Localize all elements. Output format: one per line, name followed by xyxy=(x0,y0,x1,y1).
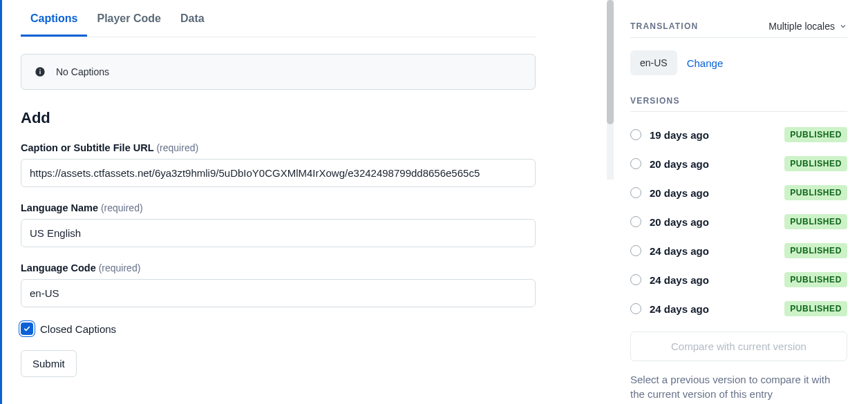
no-captions-note: No Captions xyxy=(21,54,536,90)
info-icon xyxy=(34,66,46,78)
versions-help-text: Select a previous version to compare it … xyxy=(630,372,847,401)
version-time: 20 days ago xyxy=(650,158,709,170)
lang-code-input[interactable] xyxy=(21,279,536,307)
field-url: Caption or Subtitle File URL (required) xyxy=(21,142,536,187)
lang-name-required: (required) xyxy=(101,202,143,213)
version-time: 19 days ago xyxy=(650,129,709,141)
tab-data[interactable]: Data xyxy=(171,4,214,37)
version-radio[interactable] xyxy=(630,187,641,198)
version-row[interactable]: 24 days agoPUBLISHED xyxy=(630,236,847,265)
tab-bar: Captions Player Code Data xyxy=(21,4,536,37)
version-radio[interactable] xyxy=(630,158,641,169)
locale-selector-label: Multiple locales xyxy=(768,21,835,32)
lang-name-input[interactable] xyxy=(21,219,536,247)
url-required: (required) xyxy=(156,142,198,153)
status-badge: PUBLISHED xyxy=(784,272,847,287)
translation-block: TRANSLATION Multiple locales en-US Chang… xyxy=(630,21,847,75)
scrollbar-area xyxy=(553,0,614,404)
version-time: 20 days ago xyxy=(650,216,709,228)
chevron-down-icon xyxy=(839,22,847,30)
version-row[interactable]: 24 days agoPUBLISHED xyxy=(630,294,847,323)
lang-code-label: Language Code xyxy=(21,262,96,273)
version-radio[interactable] xyxy=(630,274,641,285)
url-label: Caption or Subtitle File URL xyxy=(21,142,154,153)
versions-block: VERSIONS 19 days agoPUBLISHED20 days ago… xyxy=(630,96,847,401)
locale-chip: en-US xyxy=(630,50,677,75)
version-row[interactable]: 20 days agoPUBLISHED xyxy=(630,149,847,178)
status-badge: PUBLISHED xyxy=(784,127,847,142)
add-heading: Add xyxy=(21,109,536,127)
status-badge: PUBLISHED xyxy=(784,185,847,200)
closed-captions-label: Closed Captions xyxy=(40,323,116,335)
locale-selector[interactable]: Multiple locales xyxy=(768,21,847,32)
submit-button[interactable]: Submit xyxy=(21,350,77,377)
version-time: 24 days ago xyxy=(650,274,709,286)
url-input[interactable] xyxy=(21,159,536,187)
version-row[interactable]: 20 days agoPUBLISHED xyxy=(630,207,847,236)
version-radio[interactable] xyxy=(630,129,641,140)
no-captions-text: No Captions xyxy=(56,66,109,77)
compare-button: Compare with current version xyxy=(630,331,847,361)
version-time: 24 days ago xyxy=(650,245,709,257)
versions-list: 19 days agoPUBLISHED20 days agoPUBLISHED… xyxy=(630,120,847,323)
closed-captions-checkbox[interactable] xyxy=(21,323,33,335)
scrollbar-thumb[interactable] xyxy=(607,0,614,124)
translation-heading: TRANSLATION xyxy=(630,21,698,31)
version-row[interactable]: 19 days agoPUBLISHED xyxy=(630,120,847,149)
svg-rect-2 xyxy=(39,69,40,70)
field-lang-code: Language Code (required) xyxy=(21,262,536,307)
versions-heading: VERSIONS xyxy=(630,96,680,106)
svg-rect-1 xyxy=(39,71,40,75)
tab-player-code[interactable]: Player Code xyxy=(87,4,170,37)
status-badge: PUBLISHED xyxy=(784,301,847,316)
status-badge: PUBLISHED xyxy=(784,243,847,258)
change-locale-link[interactable]: Change xyxy=(687,57,724,69)
version-time: 24 days ago xyxy=(650,303,709,315)
field-lang-name: Language Name (required) xyxy=(21,202,536,247)
lang-name-label: Language Name xyxy=(21,202,98,213)
sidebar: TRANSLATION Multiple locales en-US Chang… xyxy=(614,0,868,404)
version-time: 20 days ago xyxy=(650,187,709,199)
version-row[interactable]: 24 days agoPUBLISHED xyxy=(630,265,847,294)
closed-captions-row: Closed Captions xyxy=(21,323,536,335)
main-panel: Captions Player Code Data No Captions Ad… xyxy=(0,0,553,404)
version-radio[interactable] xyxy=(630,216,641,227)
tab-captions[interactable]: Captions xyxy=(21,4,87,37)
version-radio[interactable] xyxy=(630,303,641,314)
status-badge: PUBLISHED xyxy=(784,214,847,229)
version-row[interactable]: 20 days agoPUBLISHED xyxy=(630,178,847,207)
status-badge: PUBLISHED xyxy=(784,156,847,171)
lang-code-required: (required) xyxy=(99,262,141,273)
version-radio[interactable] xyxy=(630,245,641,256)
